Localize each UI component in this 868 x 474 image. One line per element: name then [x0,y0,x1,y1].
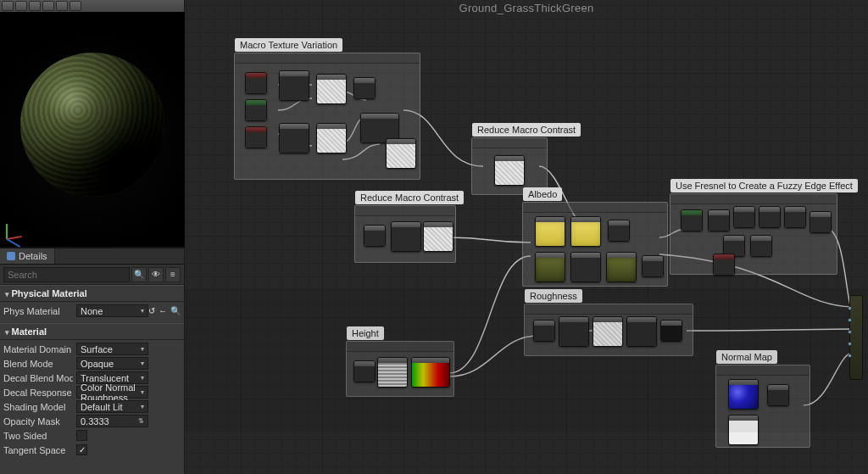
graph-node[interactable] [681,209,703,231]
graph-node[interactable] [713,254,735,276]
comment-reduce-macro-contrast-2[interactable]: Reduce Macro Contrast [354,205,456,263]
material-props: Material Domain Surface ▾ Blend Mode Opa… [0,340,184,462]
graph-node[interactable] [784,206,806,228]
texture-sample-node[interactable] [423,221,453,252]
graph-node[interactable] [767,384,789,406]
graph-node[interactable] [559,316,589,347]
toolbar-button[interactable] [70,1,81,11]
number-value: 0.3333 [81,416,109,427]
search-icon[interactable]: 🔍 [131,267,147,282]
graph-node[interactable] [245,126,267,148]
color-node[interactable] [606,252,637,282]
blend-mode-dropdown[interactable]: Opaque ▾ [76,357,148,370]
graph-node[interactable] [642,255,664,277]
dropdown-value: Opaque [81,359,114,369]
chevron-down-icon: ▾ [141,345,144,353]
texture-sample-node[interactable] [316,74,347,104]
graph-node[interactable] [391,221,421,252]
left-panel: Details 🔍 👁 ≡ Physical Material Phys Mat… [0,0,185,474]
comment-title: Normal Map [716,350,777,364]
graph-node[interactable] [759,206,781,228]
reset-icon[interactable]: ↺ [148,306,155,315]
graph-node[interactable] [608,220,630,242]
category-material[interactable]: Material [0,323,184,340]
physical-material-props: Phys Material None ▾ ↺ ← 🔍 [0,302,184,323]
opacity-mask-input[interactable]: 0.3333 ⇅ [76,415,148,427]
prop-extras: ↺ ← 🔍 [152,306,181,315]
material-graph[interactable]: Ground_GrassThickGreen [185,0,868,474]
prop-blend-mode: Blend Mode Opaque ▾ [3,356,181,371]
two-sided-checkbox[interactable] [76,430,87,441]
find-icon[interactable]: 🔍 [170,306,181,315]
graph-node[interactable] [626,316,657,347]
graph-node[interactable] [750,235,772,257]
prop-phys-material: Phys Material None ▾ ↺ ← 🔍 [3,304,181,318]
graph-node[interactable] [279,70,309,101]
graph-node[interactable] [279,123,309,153]
graph-node[interactable] [708,209,730,231]
comment-macro-texture-variation[interactable]: Macro Texture Variation [234,53,420,180]
prop-label: Decal Blend Mode [3,373,73,383]
comment-bar [670,194,837,204]
material-domain-dropdown[interactable]: Surface ▾ [76,343,148,355]
texture-sample-node[interactable] [494,155,525,186]
graph-node[interactable] [660,320,682,342]
comment-title: Reduce Macro Contrast [355,191,464,204]
color-node[interactable] [535,252,565,282]
graph-node[interactable] [245,99,267,121]
comment-roughness[interactable]: Roughness [524,304,693,356]
toolbar-button[interactable] [29,1,41,11]
chevron-down-icon: ▾ [141,360,144,367]
material-preview-viewport[interactable] [0,12,185,248]
decal-response-dropdown[interactable]: Color Normal Roughness ▾ [76,386,148,399]
prop-label: Phys Material [3,306,73,316]
browse-icon[interactable]: ← [159,306,167,315]
tangent-space-checkbox[interactable]: ✓ [76,444,87,455]
dropdown-value: None [81,306,103,316]
comment-bar [523,203,667,213]
shading-model-dropdown[interactable]: Default Lit ▾ [76,400,148,413]
toolbar-button[interactable] [15,1,27,11]
comment-height[interactable]: Height [346,341,454,397]
graph-node[interactable] [353,77,376,99]
normal-map-node[interactable] [728,379,759,410]
tab-details[interactable]: Details [0,248,55,264]
comment-title: Macro Texture Variation [235,38,342,52]
color-node[interactable] [570,216,601,247]
phys-material-dropdown[interactable]: None ▾ [76,304,148,317]
search-input[interactable] [3,267,130,282]
comment-bar [347,342,453,352]
graph-node[interactable] [533,320,555,342]
comment-fresnel-fuzzy-edge[interactable]: Use Fresnel to Create a Fuzzy Edge Effec… [670,193,837,275]
texture-sample-node[interactable] [316,123,347,153]
material-output-node[interactable] [849,295,863,380]
graph-node[interactable] [353,360,376,382]
graph-node[interactable] [570,252,601,282]
comment-title: Albedo [523,187,562,201]
toolbar-button[interactable] [42,1,54,11]
view-options-icon[interactable]: 👁 [148,267,164,282]
color-node[interactable] [535,216,565,247]
graph-node[interactable] [245,72,267,94]
comment-title: Reduce Macro Contrast [472,123,581,137]
comment-albedo[interactable]: Albedo [522,202,668,287]
graph-node[interactable] [364,225,386,247]
comment-bar [472,138,547,148]
prop-label: Decal Response [3,388,73,398]
comment-reduce-macro-contrast-1[interactable]: Reduce Macro Contrast [471,137,548,195]
prop-material-domain: Material Domain Surface ▾ [3,342,181,356]
toolbar-button[interactable] [2,1,14,11]
prop-label: Shading Model [3,402,73,412]
category-physical-material[interactable]: Physical Material [0,285,184,302]
texture-sample-node[interactable] [386,138,416,169]
comment-normal-map[interactable]: Normal Map [715,365,810,448]
texture-sample-node[interactable] [593,316,623,347]
graph-node[interactable] [733,206,755,228]
graph-node[interactable] [810,211,832,233]
gradient-node[interactable] [411,357,450,388]
settings-icon[interactable]: ≡ [165,267,181,282]
graph-node[interactable] [728,415,759,445]
comment-title: Use Fresnel to Create a Fuzzy Edge Effec… [670,179,858,192]
toolbar-button[interactable] [56,1,68,11]
heightmap-node[interactable] [377,357,408,388]
